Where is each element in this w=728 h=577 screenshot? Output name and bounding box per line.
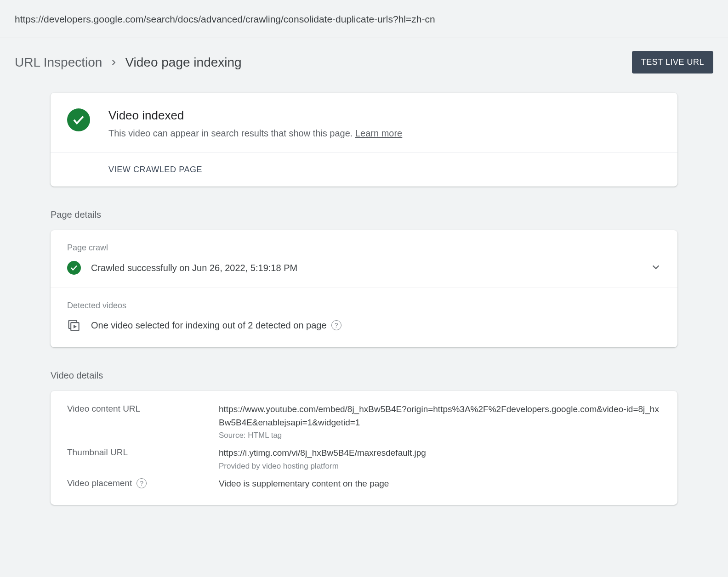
test-live-url-button[interactable]: TEST LIVE URL (632, 51, 713, 74)
detail-value: https://i.ytimg.com/vi/8j_hxBw5B4E/maxre… (219, 447, 426, 471)
view-crawled-page-button[interactable]: VIEW CRAWLED PAGE (108, 165, 202, 175)
status-card: Video indexed This video can appear in s… (51, 93, 677, 187)
video-details-card: Video content URLhttps://www.youtube.com… (51, 391, 677, 505)
breadcrumb-current: Video page indexing (125, 55, 241, 70)
detail-label: Video content URL (67, 403, 219, 414)
detail-label: Video placement? (67, 477, 219, 488)
detail-row: Video placement?Video is supplementary c… (67, 477, 661, 491)
detected-videos-row: One video selected for indexing out of 2… (51, 319, 677, 347)
chevron-right-icon (109, 55, 118, 70)
detail-value: Video is supplementary content on the pa… (219, 477, 389, 491)
detected-videos-text: One video selected for indexing out of 2… (91, 320, 327, 331)
help-icon[interactable]: ? (331, 320, 341, 330)
detail-row: Thumbnail URLhttps://i.ytimg.com/vi/8j_h… (67, 447, 661, 471)
crawl-status-text: Crawled successfully on Jun 26, 2022, 5:… (91, 263, 651, 273)
header-row: URL Inspection Video page indexing TEST … (0, 38, 728, 82)
detected-videos-label: Detected videos (51, 288, 677, 319)
status-title: Video indexed (108, 108, 402, 123)
status-subtitle: This video can appear in search results … (108, 128, 402, 139)
detail-source: Provided by video hosting platform (219, 462, 426, 471)
page-details-label: Page details (51, 209, 677, 220)
inspected-url: https://developers.google.com/search/doc… (0, 0, 728, 38)
breadcrumb-root[interactable]: URL Inspection (15, 55, 102, 70)
check-icon (67, 261, 81, 275)
video-details-label: Video details (51, 370, 677, 381)
detail-value: https://www.youtube.com/embed/8j_hxBw5B4… (219, 403, 661, 440)
detail-row: Video content URLhttps://www.youtube.com… (67, 403, 661, 440)
help-icon[interactable]: ? (136, 478, 147, 488)
breadcrumb: URL Inspection Video page indexing (15, 55, 242, 70)
chevron-down-icon[interactable] (651, 262, 661, 274)
detail-source: Source: HTML tag (219, 431, 661, 440)
learn-more-link[interactable]: Learn more (355, 128, 402, 138)
video-pages-icon (67, 319, 80, 332)
page-crawl-label: Page crawl (51, 230, 677, 261)
page-details-card: Page crawl Crawled successfully on Jun 2… (51, 230, 677, 347)
check-circle-icon (67, 108, 90, 131)
page-crawl-row[interactable]: Crawled successfully on Jun 26, 2022, 5:… (51, 261, 677, 288)
detail-label: Thumbnail URL (67, 447, 219, 458)
